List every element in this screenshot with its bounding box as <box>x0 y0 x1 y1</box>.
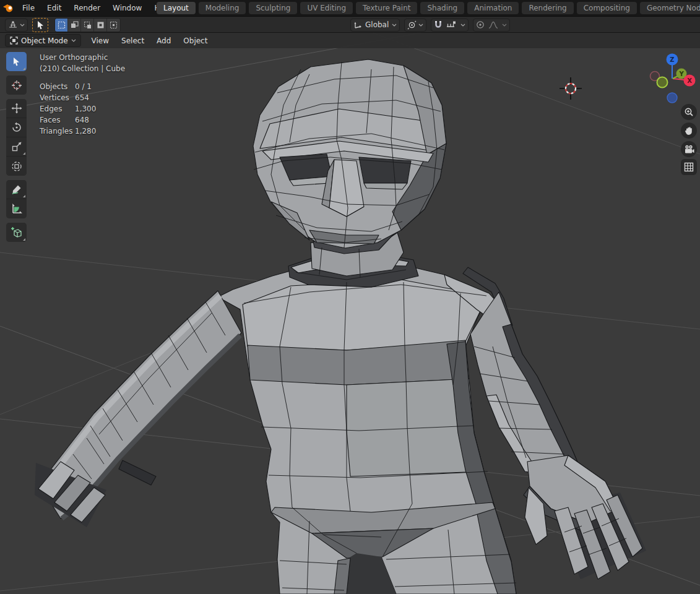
toolbar-left <box>6 52 27 246</box>
transform-orientation-dropdown[interactable]: Global <box>350 19 400 32</box>
active-tool-indicator[interactable] <box>32 18 48 32</box>
annotate-pencil-icon <box>11 184 22 195</box>
stat-faces: Faces 648 <box>40 114 125 126</box>
camera-view-button[interactable] <box>681 141 697 157</box>
scale-icon <box>11 141 22 152</box>
hand-icon <box>685 126 694 136</box>
cursor-tool-icon <box>11 80 22 91</box>
navigation-gizmo[interactable]: Z Y X <box>645 51 700 108</box>
svg-text:X: X <box>687 77 692 84</box>
transform-icon <box>11 161 22 172</box>
move-view-button[interactable] <box>681 123 697 139</box>
svg-text:Z: Z <box>670 56 674 63</box>
pivot-point-dropdown[interactable] <box>404 19 426 32</box>
blender-logo-icon[interactable] <box>0 0 16 16</box>
select-mode-set-button[interactable] <box>55 19 68 32</box>
add-cube-icon <box>11 226 22 238</box>
viewport-stats-overlay: User Orthographic (210) Collection | Cub… <box>40 52 125 137</box>
pivot-icon <box>407 20 417 30</box>
tool-annotate-button[interactable] <box>6 180 27 199</box>
select-mode-intersect-button[interactable] <box>107 19 120 32</box>
snapping-group <box>431 19 469 32</box>
tab-geometry-nodes[interactable]: Geometry Nodes <box>640 2 700 14</box>
tab-animation[interactable]: Animation <box>467 2 519 14</box>
mode-dropdown[interactable]: Object Mode <box>5 34 81 47</box>
tab-layout[interactable]: Layout <box>157 2 196 14</box>
orientation-axes-icon <box>353 21 362 29</box>
orthographic-toggle-button[interactable] <box>681 159 697 175</box>
chevron-down-icon[interactable] <box>502 24 507 27</box>
orientation-value: Global <box>364 20 390 29</box>
menu-render[interactable]: Render <box>67 0 106 16</box>
tool-transform-button[interactable] <box>6 157 27 176</box>
tab-shading[interactable]: Shading <box>420 2 464 14</box>
select-mode-group <box>54 18 121 32</box>
select-box-icon <box>12 57 21 67</box>
snap-increment-icon[interactable] <box>446 21 457 29</box>
grid-icon <box>684 162 694 172</box>
chevron-down-icon <box>392 24 397 27</box>
viewport-editor-icon <box>8 20 18 29</box>
viewport-menu-select[interactable]: Select <box>116 35 150 47</box>
tool-move-button[interactable] <box>6 99 27 118</box>
gizmo-axis-neg-y[interactable] <box>657 77 668 88</box>
zoom-icon <box>684 107 694 117</box>
tab-modeling[interactable]: Modeling <box>199 2 246 14</box>
snap-magnet-icon[interactable] <box>434 20 443 29</box>
tool-add-cube-button[interactable] <box>6 223 27 242</box>
stat-edges: Edges 1,300 <box>40 103 125 114</box>
tool-scale-button[interactable] <box>6 137 27 157</box>
stat-objects: Objects 0 / 1 <box>40 81 125 92</box>
proportional-edit-icon[interactable] <box>476 20 485 29</box>
select-mode-invert-button[interactable] <box>94 19 107 32</box>
chevron-down-icon <box>418 24 423 27</box>
viewport-header: Object Mode View Select Add Object <box>0 32 700 48</box>
object-mode-icon <box>10 37 18 45</box>
menu-window[interactable]: Window <box>106 0 148 16</box>
tab-texture-paint[interactable]: Texture Paint <box>356 2 417 14</box>
select-mode-subtract-button[interactable] <box>81 19 94 32</box>
menu-edit[interactable]: Edit <box>41 0 67 16</box>
proportional-editing-group <box>473 19 510 32</box>
chevron-down-icon[interactable] <box>460 24 465 27</box>
select-cursor-icon <box>37 20 45 30</box>
view-name-label: User Orthographic <box>40 52 125 63</box>
viewport-menu-object[interactable]: Object <box>178 35 213 47</box>
select-mode-extend-button[interactable] <box>68 19 81 32</box>
stat-vertices: Vertices 654 <box>40 92 125 103</box>
measure-icon <box>11 204 22 215</box>
chevron-down-icon <box>71 39 76 42</box>
tab-uv-editing[interactable]: UV Editing <box>300 2 353 14</box>
tool-select-box-button[interactable] <box>6 52 27 71</box>
tab-compositing[interactable]: Compositing <box>577 2 637 14</box>
tab-sculpting[interactable]: Sculpting <box>249 2 297 14</box>
viewport-menu-view[interactable]: View <box>86 35 115 47</box>
rotate-icon <box>11 122 22 133</box>
svg-text:Y: Y <box>678 71 684 77</box>
tool-settings-bar: Global <box>0 16 700 32</box>
falloff-curve-icon[interactable] <box>488 21 498 29</box>
topbar: File Edit Render Window Help Layout Mode… <box>0 0 700 16</box>
zoom-view-button[interactable] <box>681 104 697 120</box>
gizmo-axis-x[interactable]: X <box>684 75 696 87</box>
editor-type-button[interactable] <box>5 19 28 32</box>
gizmo-axis-z[interactable]: Z <box>667 54 678 66</box>
menu-file[interactable]: File <box>16 0 41 16</box>
workspace-tabs: Layout Modeling Sculpting UV Editing Tex… <box>157 0 700 16</box>
stat-triangles: Triangles 1,280 <box>40 126 125 137</box>
gizmo-axis-neg-z[interactable] <box>667 93 677 103</box>
blender-window: File Edit Render Window Help Layout Mode… <box>0 0 700 594</box>
tool-measure-button[interactable] <box>6 199 27 218</box>
move-icon <box>11 103 22 114</box>
tool-rotate-button[interactable] <box>6 118 27 137</box>
camera-icon <box>684 145 694 154</box>
context-label: (210) Collection | Cube <box>40 63 125 74</box>
viewport-menu-add[interactable]: Add <box>151 35 176 47</box>
chevron-down-icon <box>20 24 25 27</box>
tab-rendering[interactable]: Rendering <box>522 2 573 14</box>
mode-value: Object Mode <box>21 37 68 45</box>
tool-cursor-button[interactable] <box>6 75 27 95</box>
